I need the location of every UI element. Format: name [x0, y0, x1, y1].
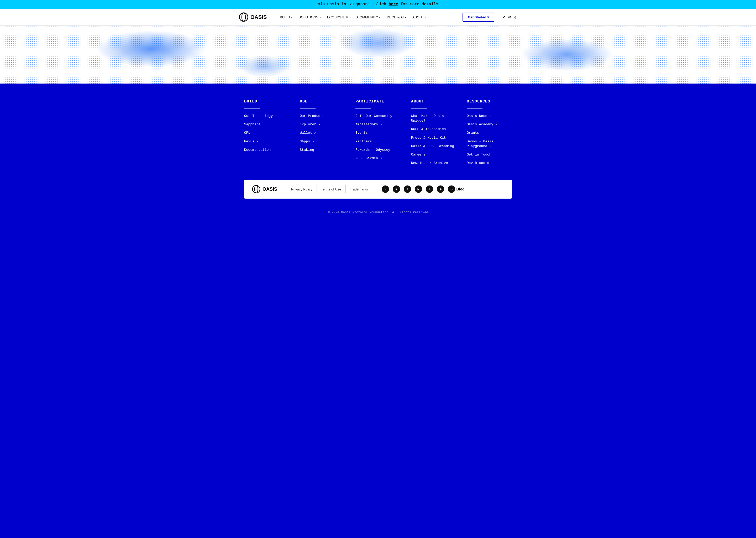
nav-community[interactable]: COMMUNITY ▾	[354, 14, 383, 21]
footer-col-build: BUILD Our Technology Sapphire OPL Nexus …	[244, 99, 289, 169]
footer-oasis-academy[interactable]: Oasis Academy ↗	[467, 122, 512, 127]
nav-decc-ai[interactable]: DECC & AI ▾	[384, 14, 408, 21]
footer-newsletter[interactable]: Newsletter Archive	[411, 161, 456, 166]
footer-branding[interactable]: Oasis & ROSE Branding	[411, 144, 456, 149]
footer-rewards-odyssey[interactable]: Rewards – Odyssey	[355, 148, 401, 152]
bottom-logo-icon	[252, 185, 260, 193]
footer-build-title: BUILD	[244, 99, 289, 104]
bottom-logo-text: OASIS	[262, 187, 277, 192]
footer-col-participate: PARTICIPATE Join Our Community Ambassado…	[355, 99, 401, 169]
hero-map-overlay	[0, 26, 756, 83]
terms-of-use-link[interactable]: Terms of Use	[321, 187, 341, 191]
footer-about-divider	[411, 108, 427, 108]
bottom-bar: OASIS Privacy Policy Terms of Use Tradem…	[244, 180, 512, 198]
footer-resources-title: RESOURCES	[467, 99, 512, 104]
footer-rose-tokenomics[interactable]: ROSE & Tokenomics	[411, 127, 456, 132]
footer-col-resources: RESOURCES Oasis Docs ↗ Oasis Academy ↗ G…	[467, 99, 512, 169]
twitter-icon-bottom[interactable]: ✕	[382, 186, 389, 193]
divider-2	[316, 185, 317, 193]
telegram-icon[interactable]: ✈	[514, 14, 517, 20]
bottom-logo[interactable]: OASIS	[252, 185, 277, 193]
privacy-policy-link[interactable]: Privacy Policy	[291, 187, 312, 191]
footer-main: BUILD Our Technology Sapphire OPL Nexus …	[0, 83, 756, 231]
footer-what-makes-oasis[interactable]: What Makes Oasis Unique?	[411, 114, 456, 123]
footer-grants[interactable]: Grants	[467, 131, 512, 135]
twitter-icon[interactable]: ✕	[502, 14, 505, 20]
nav-links: BUILD ▾ SOLUTIONS ▾ ECOSYSTEM ▾ COMMUNIT…	[277, 14, 457, 21]
logo-text: OASIS	[251, 14, 267, 20]
footer-build-divider	[244, 108, 260, 108]
copyright: © 2024 Oasis Protocol Foundation. All ri…	[0, 206, 756, 221]
logo[interactable]: OASIS	[239, 12, 267, 22]
blog-link[interactable]: Blog	[456, 187, 464, 191]
footer-staking[interactable]: Staking	[300, 148, 345, 152]
footer-partners[interactable]: Partners	[355, 139, 401, 144]
reddit-icon-bottom[interactable]: ⊕	[426, 186, 433, 193]
discord-icon[interactable]: ⊕	[508, 14, 511, 20]
telegram-icon-bottom[interactable]: ✈	[393, 186, 400, 193]
announcement-text: Join Oasis in Singapore! Click	[315, 2, 389, 7]
youtube-icon-bottom[interactable]: ▶	[415, 186, 422, 193]
footer-get-in-touch[interactable]: Get in Touch	[467, 152, 512, 157]
footer-documentation[interactable]: Documentation	[244, 148, 289, 152]
footer-participate-divider	[355, 108, 371, 108]
nav-about[interactable]: ABOUT ▾	[410, 14, 429, 21]
footer-sapphire[interactable]: Sapphire	[244, 122, 289, 127]
forum-icon-bottom[interactable]: ☺	[448, 186, 455, 193]
footer-explorer[interactable]: Explorer ↗	[300, 122, 345, 127]
footer-oasis-docs[interactable]: Oasis Docs ↗	[467, 114, 512, 119]
github-icon-bottom[interactable]: ⊛	[404, 186, 411, 193]
footer-events[interactable]: Events	[355, 131, 401, 135]
nav-solutions[interactable]: SOLUTIONS ▾	[296, 14, 323, 21]
footer-participate-title: PARTICIPATE	[355, 99, 401, 104]
announcement-bar: Join Oasis in Singapore! Click here for …	[0, 0, 756, 9]
footer-nexus[interactable]: Nexus ↗	[244, 139, 289, 144]
announcement-link[interactable]: here	[389, 2, 398, 7]
footer-columns: BUILD Our Technology Sapphire OPL Nexus …	[234, 99, 522, 169]
footer-join-community[interactable]: Join Our Community	[355, 114, 401, 119]
footer-about-title: ABOUT	[411, 99, 456, 104]
footer-dapps[interactable]: dApps ↗	[300, 139, 345, 144]
footer-opl[interactable]: OPL	[244, 131, 289, 135]
get-started-button[interactable]: Get Started ▾	[462, 13, 494, 22]
main-nav: OASIS BUILD ▾ SOLUTIONS ▾ ECOSYSTEM ▾ CO…	[234, 9, 522, 26]
footer-use-title: USE	[300, 99, 345, 104]
footer-dev-discord[interactable]: Dev Discord ↗	[467, 161, 512, 166]
nav-wrapper: OASIS BUILD ▾ SOLUTIONS ▾ ECOSYSTEM ▾ CO…	[0, 9, 756, 26]
footer-press-media[interactable]: Press & Media Kit	[411, 135, 456, 140]
nav-social-icons: ✕ ⊕ ✈	[502, 14, 517, 20]
footer-careers[interactable]: Careers	[411, 152, 456, 157]
footer-col-about: ABOUT What Makes Oasis Unique? ROSE & To…	[411, 99, 456, 169]
discord-icon-bottom[interactable]: ◈	[437, 186, 444, 193]
footer-demos-playground[interactable]: Demos - Oasis Playground ↗	[467, 139, 512, 149]
trademarks-link[interactable]: Trademarks	[350, 187, 368, 191]
footer-rose-garden[interactable]: ROSE Garden ↗	[355, 156, 401, 161]
bottom-social-icons: ✕ ✈ ⊛ ▶ ⊕ ◈ ☺	[382, 186, 455, 193]
footer-our-products[interactable]: Our Products	[300, 114, 345, 119]
logo-icon	[239, 12, 248, 22]
footer-col-use: USE Our Products Explorer ↗ Wallet ↗ dAp…	[300, 99, 345, 169]
footer-wallet[interactable]: Wallet ↗	[300, 131, 345, 135]
footer-ambassadors[interactable]: Ambassadors ↗	[355, 122, 401, 127]
divider-4	[372, 185, 372, 193]
nav-build[interactable]: BUILD ▾	[277, 14, 295, 21]
hero-area	[0, 26, 756, 83]
divider-1	[287, 185, 287, 193]
footer-use-divider	[300, 108, 315, 108]
nav-ecosystem[interactable]: ECOSYSTEM ▾	[324, 14, 354, 21]
footer-resources-divider	[467, 108, 483, 108]
footer-our-technology[interactable]: Our Technology	[244, 114, 289, 119]
announcement-text-after: for more details.	[398, 2, 441, 7]
